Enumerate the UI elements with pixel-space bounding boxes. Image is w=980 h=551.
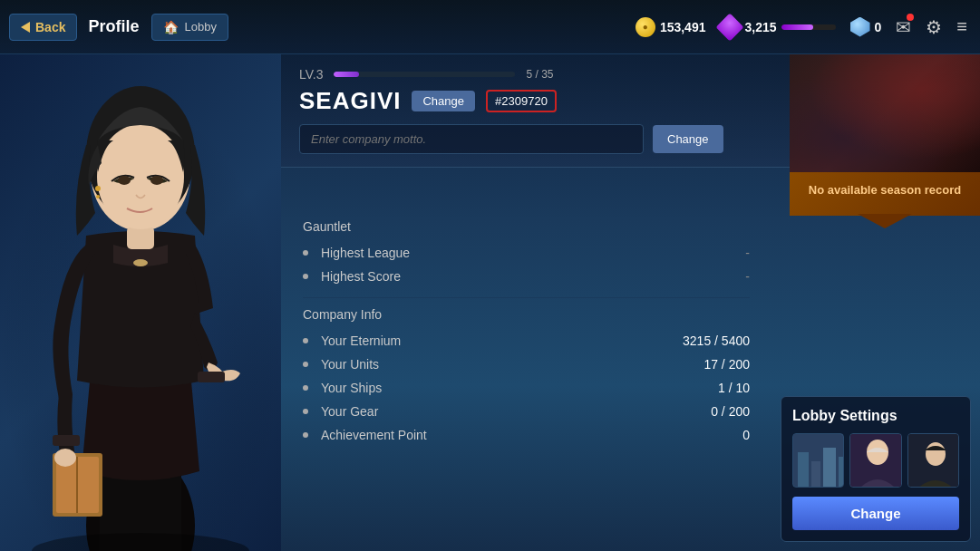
highest-score-value: - bbox=[677, 269, 750, 284]
svg-point-16 bbox=[95, 186, 101, 191]
bullet-icon bbox=[303, 432, 308, 438]
svg-point-13 bbox=[97, 124, 184, 229]
crystal-amount: 0 bbox=[875, 20, 882, 34]
lobby-thumb-character2[interactable] bbox=[907, 433, 959, 488]
gold-amount: 153,491 bbox=[660, 20, 706, 34]
level-value: LV.3 bbox=[299, 67, 323, 82]
svg-rect-24 bbox=[823, 448, 836, 488]
gear-value: 0 / 200 bbox=[677, 404, 750, 419]
svg-point-29 bbox=[926, 442, 946, 466]
stats-item-highest-league: Highest League - bbox=[303, 241, 750, 265]
stats-item-gear: Your Gear 0 / 200 bbox=[303, 400, 750, 423]
season-no-record-banner: No available season record bbox=[790, 172, 980, 216]
svg-point-17 bbox=[96, 195, 100, 198]
achievement-label: Achievement Point bbox=[321, 428, 677, 442]
lobby-settings-title: Lobby Settings bbox=[792, 408, 959, 424]
mail-notification-dot bbox=[907, 14, 914, 21]
svg-point-5 bbox=[133, 259, 148, 266]
crystal-currency: 0 bbox=[850, 17, 882, 37]
bullet-icon bbox=[303, 274, 308, 279]
gem-amount: 3,215 bbox=[744, 20, 776, 34]
units-value: 17 / 200 bbox=[677, 357, 750, 372]
lobby-thumb-character1[interactable] bbox=[849, 433, 901, 488]
season-thumbnail bbox=[790, 54, 980, 172]
lobby-thumbnails bbox=[792, 433, 959, 488]
menu-icon[interactable]: ≡ bbox=[956, 16, 967, 37]
bullet-icon bbox=[303, 409, 308, 414]
svg-rect-25 bbox=[839, 457, 844, 488]
svg-rect-23 bbox=[811, 461, 820, 488]
eternium-label: Your Eternium bbox=[321, 334, 677, 348]
stats-divider bbox=[303, 297, 750, 298]
currency-area: ● 153,491 3,215 0 ✉ ⚙ ≡ bbox=[636, 16, 967, 38]
character-illustration bbox=[0, 54, 281, 551]
gauntlet-title: Gauntlet bbox=[303, 219, 750, 234]
lobby-button[interactable]: 🏠 Lobby bbox=[151, 14, 228, 41]
lobby-settings-panel: Lobby Settings bbox=[781, 396, 971, 542]
gear-label: Your Gear bbox=[321, 404, 677, 419]
ships-value: 1 / 10 bbox=[677, 381, 750, 395]
stats-item-eternium: Your Eternium 3215 / 5400 bbox=[303, 329, 750, 353]
season-no-record-text: No available season record bbox=[809, 183, 961, 197]
change-name-button[interactable]: Change bbox=[412, 91, 475, 111]
svg-rect-18 bbox=[53, 435, 80, 446]
svg-rect-22 bbox=[798, 452, 809, 488]
season-record-panel: No available season record bbox=[790, 54, 980, 216]
settings-icon[interactable]: ⚙ bbox=[926, 16, 942, 38]
gold-currency: ● 153,491 bbox=[636, 17, 706, 37]
lobby-label: Lobby bbox=[184, 20, 216, 34]
bullet-icon bbox=[303, 385, 308, 391]
level-progress-text: 5 / 35 bbox=[526, 68, 553, 81]
top-bar: Back Profile 🏠 Lobby ● 153,491 3,215 0 ✉… bbox=[0, 0, 980, 54]
highest-score-label: Highest Score bbox=[321, 269, 677, 284]
ships-label: Your Ships bbox=[321, 381, 677, 395]
gold-icon: ● bbox=[636, 17, 655, 37]
svg-point-15 bbox=[150, 176, 163, 185]
change-motto-button[interactable]: Change bbox=[653, 125, 723, 153]
profile-tab-label: Profile bbox=[88, 17, 139, 36]
character-area bbox=[0, 54, 281, 551]
highest-league-label: Highest League bbox=[321, 246, 677, 260]
mail-button[interactable]: ✉ bbox=[896, 16, 911, 38]
bullet-icon bbox=[303, 250, 308, 256]
svg-point-14 bbox=[118, 176, 131, 185]
motto-input[interactable] bbox=[299, 124, 644, 154]
gem-currency: 3,215 bbox=[720, 17, 835, 37]
back-button[interactable]: Back bbox=[9, 14, 77, 41]
svg-rect-19 bbox=[198, 372, 225, 382]
bullet-icon bbox=[303, 338, 308, 343]
lobby-thumb-city[interactable] bbox=[792, 433, 844, 488]
back-arrow-icon bbox=[21, 22, 30, 33]
stats-item-units: Your Units 17 / 200 bbox=[303, 353, 750, 376]
svg-point-9 bbox=[54, 449, 76, 467]
back-label: Back bbox=[35, 20, 65, 34]
highest-league-value: - bbox=[677, 246, 750, 260]
crystal-icon bbox=[850, 17, 870, 37]
season-thumb-bg bbox=[790, 54, 980, 172]
achievement-value: 0 bbox=[677, 428, 750, 442]
svg-rect-11 bbox=[127, 227, 154, 249]
level-label: LV.3 bbox=[299, 67, 323, 82]
player-id: #2309720 bbox=[486, 90, 557, 112]
gem-icon bbox=[716, 13, 744, 41]
company-info-title: Company Info bbox=[303, 307, 750, 322]
level-progress-fill bbox=[334, 72, 359, 77]
house-icon: 🏠 bbox=[163, 20, 179, 34]
stats-section: Gauntlet Highest League - Highest Score … bbox=[281, 201, 771, 551]
level-progress-bar bbox=[334, 72, 515, 77]
gem-bar-fill bbox=[781, 24, 813, 30]
stats-item-achievement: Achievement Point 0 bbox=[303, 423, 750, 447]
units-label: Your Units bbox=[321, 357, 677, 372]
banner-arrow bbox=[858, 214, 912, 228]
bullet-icon bbox=[303, 362, 308, 367]
eternium-value: 3215 / 5400 bbox=[677, 334, 750, 348]
player-name: SEAGIVI bbox=[299, 87, 401, 115]
gem-progress-bar bbox=[781, 24, 836, 30]
lobby-change-button[interactable]: Change bbox=[792, 497, 959, 530]
stats-item-ships: Your Ships 1 / 10 bbox=[303, 376, 750, 400]
stats-item-highest-score: Highest Score - bbox=[303, 265, 750, 288]
